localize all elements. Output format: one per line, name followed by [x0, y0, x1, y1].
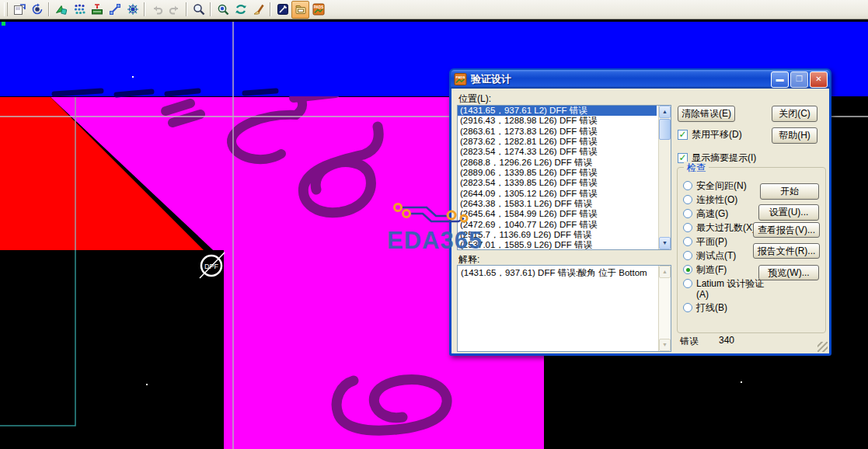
- report-file-button[interactable]: 报告文件(R)...: [753, 243, 820, 259]
- check-radio[interactable]: 安全间距(N): [683, 180, 766, 194]
- radio-icon: [683, 195, 692, 204]
- scroll-down-icon[interactable]: ▼: [659, 339, 671, 351]
- radio-icon: [683, 237, 692, 246]
- minimize-button[interactable]: ▬: [771, 71, 789, 88]
- list-item[interactable]: (2916.43，1288.98 L26) DFF 错误: [458, 116, 657, 126]
- location-label: 位置(L):: [458, 92, 491, 106]
- radio-label: 连接性(O): [696, 194, 766, 205]
- svg-text:PADS: PADS: [456, 75, 465, 79]
- redo-icon[interactable]: [166, 1, 183, 19]
- dialog-title: 验证设计: [471, 72, 511, 86]
- bga-toolbar-icon[interactable]: [124, 1, 141, 19]
- black-region-lower-left: [0, 250, 224, 449]
- radio-label: 制造(F): [696, 264, 766, 275]
- start-button[interactable]: 开始: [760, 183, 819, 200]
- error-list: (1431.65，937.61 L2) DFF 错误(2916.43，1288.…: [458, 106, 659, 249]
- radio-icon: [683, 223, 692, 232]
- verify-design-dialog: PADS 验证设计 ▬ ❐ ✕ 位置(L): (1431.65，937.61 L…: [449, 68, 831, 356]
- view-report-button[interactable]: 查看报告(V)...: [753, 222, 820, 238]
- scrollbar-thumb[interactable]: [659, 119, 671, 140]
- origin-marker: [2, 22, 5, 26]
- undo-icon[interactable]: [148, 1, 166, 19]
- disable-pan-label: 禁用平移(D): [692, 128, 742, 141]
- close-button[interactable]: 关闭(C): [772, 106, 817, 122]
- window-properties-icon[interactable]: [10, 1, 28, 19]
- check-radio[interactable]: 打线(B): [683, 302, 766, 316]
- check-group-label: 检查: [684, 162, 709, 175]
- check-radio[interactable]: Latium 设计验证(A): [683, 278, 766, 302]
- pads-dialog-icon: PADS: [454, 73, 467, 85]
- setup-button[interactable]: 设置(U)...: [758, 204, 819, 221]
- pads-logo-icon[interactable]: PADS: [309, 1, 327, 19]
- dpf-label: DPF: [204, 263, 219, 270]
- help-button[interactable]: 帮助(H): [772, 127, 817, 144]
- radio-label: 高速(G): [696, 208, 766, 219]
- disable-pan-checkbox[interactable]: ✓ 禁用平移(D): [678, 128, 742, 141]
- explanation-text: (1431.65，937.61) DFF 错误:酸角 位于 Bottom: [458, 266, 658, 280]
- dimension-toolbar-icon[interactable]: [88, 1, 106, 19]
- svg-text:PADS: PADS: [313, 5, 322, 9]
- stray-dot: [132, 76, 134, 78]
- stray-dot: [146, 384, 148, 385]
- check-radio[interactable]: 高速(G): [683, 208, 766, 222]
- check-radio[interactable]: 连接性(O): [683, 194, 766, 208]
- error-count-label: 错误: [680, 335, 699, 348]
- radio-label: Latium 设计验证(A): [696, 278, 766, 300]
- radio-icon: [683, 265, 692, 274]
- check-radio[interactable]: 制造(F): [683, 264, 766, 278]
- stray-dot: [741, 381, 742, 383]
- design-toolbar-icon[interactable]: [52, 1, 70, 19]
- resize-grip[interactable]: [817, 342, 828, 352]
- radio-icon: [683, 181, 692, 190]
- redraw-icon[interactable]: [28, 1, 46, 19]
- zoom-icon[interactable]: [190, 1, 207, 19]
- list-item[interactable]: (2515.7，1136.69 L26) DFF 错误: [458, 230, 657, 240]
- radio-icon: [683, 209, 692, 218]
- list-item[interactable]: (2823.54，1274.33 L26) DFF 错误: [458, 147, 657, 157]
- route-toolbar-icon[interactable]: [70, 1, 88, 19]
- scroll-up-icon[interactable]: ▲: [659, 106, 671, 118]
- drafting-toolbar-icon[interactable]: [106, 1, 124, 19]
- list-item[interactable]: (2868.8，1296.26 L26) DFF 错误: [458, 158, 657, 168]
- scroll-up-icon[interactable]: ▲: [659, 266, 671, 278]
- error-count-value: 340: [719, 335, 734, 346]
- toolbar-separator: [186, 2, 187, 16]
- radio-label: 打线(B): [696, 302, 766, 313]
- list-item[interactable]: (2472.69，1040.77 L26) DFF 错误: [458, 220, 657, 230]
- list-item[interactable]: (2863.61，1273.83 L26) DFF 错误: [458, 127, 657, 137]
- list-item[interactable]: (2645.64，1584.99 L26) DFF 错误: [458, 209, 657, 219]
- radio-icon: [683, 303, 692, 312]
- radio-icon: [683, 279, 692, 288]
- toolbar-separator: [270, 2, 271, 16]
- dialog-titlebar[interactable]: PADS 验证设计 ▬ ❐ ✕: [451, 70, 830, 89]
- toolbar-separator: [144, 2, 145, 16]
- toolbar-grip[interactable]: [4, 2, 8, 16]
- check-group: 检查 安全间距(N)连接性(O)高速(G)最大过孔数(X)平面(P)测试点(T)…: [677, 167, 826, 333]
- cleanup-brush-icon[interactable]: [249, 1, 267, 19]
- explanation-scrollbar[interactable]: ▲ ▼: [658, 266, 671, 351]
- list-item[interactable]: (2644.09，1305.12 L26) DFF 错误: [458, 189, 657, 199]
- list-item[interactable]: (2643.38，1583.1 L26) DFF 错误: [458, 199, 657, 209]
- scroll-down-icon[interactable]: ▼: [659, 237, 671, 249]
- list-item[interactable]: (2873.62，1282.81 L26) DFF 错误: [458, 137, 657, 147]
- list-item[interactable]: (2823.54，1339.85 L26) DFF 错误: [458, 178, 657, 188]
- view-capture-icon[interactable]: [214, 1, 232, 19]
- toolbar-separator: [48, 2, 50, 16]
- radio-icon: [683, 251, 692, 260]
- pour-manager-icon[interactable]: [274, 1, 291, 19]
- maximize-button[interactable]: ❐: [790, 71, 808, 88]
- rotate-view-icon[interactable]: [232, 1, 249, 19]
- radio-label: 安全间距(N): [696, 180, 766, 191]
- list-scrollbar[interactable]: ▲ ▼: [658, 106, 671, 249]
- clear-errors-button[interactable]: 清除错误(E): [678, 106, 735, 122]
- list-item[interactable]: (2889.06，1339.85 L26) DFF 错误: [458, 168, 657, 178]
- preview-button[interactable]: 预览(W)...: [758, 265, 819, 280]
- toolbar-separator: [210, 2, 211, 16]
- error-list-box: (1431.65，937.61 L2) DFF 错误(2916.43，1288.…: [457, 105, 671, 250]
- main-toolbar: PADS: [0, 0, 868, 19]
- checkbox-check-icon: ✓: [678, 130, 688, 140]
- close-icon[interactable]: ✕: [810, 71, 828, 88]
- list-item[interactable]: (2537.01，1585.9 L26) DFF 错误: [458, 240, 657, 249]
- list-item[interactable]: (1431.65，937.61 L2) DFF 错误: [458, 106, 657, 116]
- project-explorer-icon[interactable]: [291, 1, 309, 19]
